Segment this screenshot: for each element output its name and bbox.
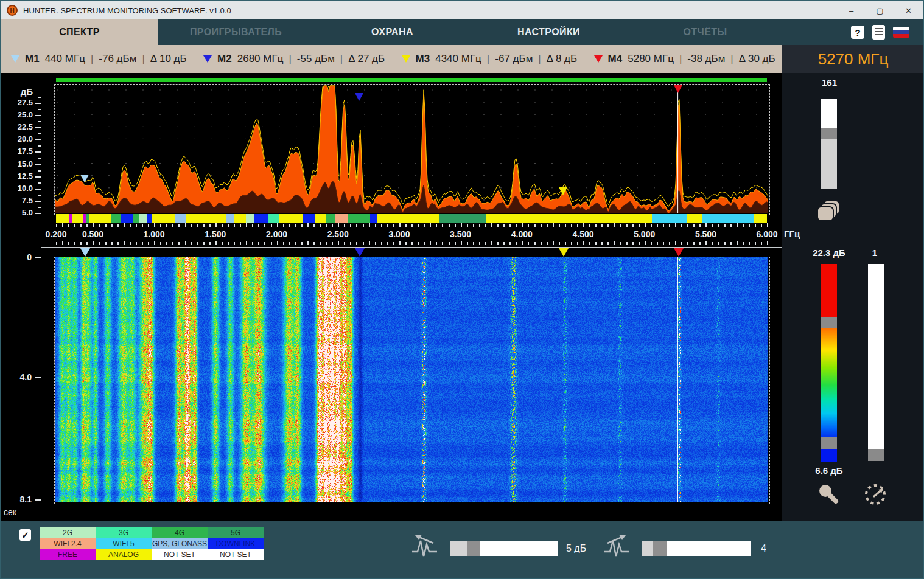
marker-handle-M2[interactable] <box>355 248 365 257</box>
spectrum-marker-M3[interactable] <box>559 187 567 195</box>
tab-ohrana[interactable]: ОХРАНА <box>314 19 471 45</box>
spectrum-y-minor-tick <box>38 121 41 122</box>
marker-handle-M1[interactable] <box>80 248 90 257</box>
tab-bar: СПЕКТРПРОИГРЫВАТЕЛЬОХРАНАНАСТРОЙКИОТЧЁТЫ… <box>1 19 923 45</box>
marker-readout-bar: M1440 МГц|-76 дБм|Δ 10 дБM22680 МГц|-55 … <box>1 45 782 73</box>
x-axis-tick <box>258 242 259 245</box>
x-axis-tick <box>699 242 701 245</box>
waterfall-color-scale[interactable] <box>821 264 837 462</box>
separator: | <box>91 53 93 65</box>
x-axis-tick <box>645 241 646 245</box>
slider-handle[interactable] <box>868 449 884 461</box>
marker-handle-M3[interactable] <box>559 248 569 257</box>
scale-gradient <box>821 328 837 437</box>
tab-otchety[interactable]: ОТЧЁТЫ <box>627 19 783 45</box>
waterfall-display[interactable] <box>55 257 768 502</box>
x-axis-tick <box>68 242 69 245</box>
x-axis-tick <box>681 242 682 245</box>
threshold-slider-2[interactable] <box>642 541 751 556</box>
spectrum-marker-M1[interactable] <box>80 175 89 182</box>
threshold-slider-1[interactable] <box>450 541 558 556</box>
band-segment <box>152 214 175 223</box>
spectrum-y-tick-label: 20.0 <box>1 134 33 144</box>
maximize-button[interactable]: ▢ <box>866 1 894 19</box>
x-axis-tick <box>203 224 205 227</box>
spectrum-marker-M2[interactable] <box>355 93 363 101</box>
tab-spektr[interactable]: СПЕКТР <box>1 19 158 45</box>
x-axis-tick <box>222 224 223 227</box>
x-axis-tick <box>313 224 315 227</box>
x-axis-tick <box>607 224 609 227</box>
x-axis-tick <box>547 224 548 227</box>
marker-M4-icon <box>594 55 603 63</box>
x-axis-tick <box>645 223 646 227</box>
x-axis-tick <box>534 224 536 227</box>
x-axis-tick <box>209 224 211 227</box>
scale-bottom-blue <box>821 449 837 462</box>
x-axis-tick <box>639 224 640 227</box>
x-axis-tick <box>541 224 542 227</box>
language-flag-icon[interactable] <box>893 27 909 38</box>
x-axis-tick <box>737 241 738 245</box>
x-axis-tick <box>86 224 88 227</box>
x-axis-tick <box>166 224 167 227</box>
spectrum-y-minor-tick <box>38 133 41 134</box>
tab-proigryvatel[interactable]: ПРОИГРЫВАТЕЛЬ <box>158 19 314 45</box>
x-axis-tick <box>68 224 69 227</box>
spectrum-y-tick-label: 15.0 <box>1 159 33 168</box>
x-axis-tick <box>436 224 437 227</box>
tab-nastroyki[interactable]: НАСТРОЙКИ <box>471 19 627 45</box>
x-axis-tick <box>117 242 119 245</box>
x-axis-tick <box>442 224 443 227</box>
spectrum-marker-M4[interactable] <box>674 85 682 93</box>
spectrum-display[interactable] <box>55 85 768 213</box>
x-axis-tick <box>681 224 682 227</box>
legend-cell-gps-glonass: GPS, GLONASS <box>152 538 208 549</box>
close-button[interactable]: ✕ <box>894 1 923 19</box>
waterfall-contrast-slider[interactable] <box>868 264 884 461</box>
slider-track <box>821 139 837 189</box>
x-axis-tick <box>626 224 628 227</box>
x-axis-tick <box>56 224 57 227</box>
x-axis-tick-label: 5.500 <box>695 229 716 239</box>
x-axis-tick <box>405 224 407 227</box>
spectrum-y-tick-label: 12.5 <box>1 172 33 181</box>
separator: | <box>730 53 733 65</box>
marker-handle-M4[interactable] <box>674 248 684 257</box>
current-frequency-display: 5270 МГц <box>782 45 924 73</box>
scale-handle-lower[interactable] <box>821 437 837 449</box>
x-axis-tick <box>620 242 621 245</box>
x-axis-tick <box>74 242 75 245</box>
zoom-icon[interactable] <box>816 482 841 507</box>
help-icon[interactable]: ? <box>851 26 864 39</box>
band-segment <box>652 214 687 223</box>
x-axis-tick <box>749 224 750 227</box>
minimize-button[interactable]: – <box>837 1 866 19</box>
x-axis-tick <box>62 241 63 245</box>
frequency-band-strip <box>55 214 768 223</box>
scale-handle-upper[interactable] <box>821 317 837 328</box>
x-axis-tick <box>553 223 554 227</box>
layers-icon[interactable] <box>816 199 842 224</box>
bands-enable-checkbox[interactable]: ✓ <box>19 529 31 541</box>
x-axis-tick <box>479 224 480 227</box>
gauge-icon[interactable] <box>861 481 889 508</box>
slider-fill <box>642 541 653 556</box>
x-axis-tick <box>411 224 413 227</box>
slider-handle[interactable] <box>653 541 667 556</box>
spectrum-y-tick <box>35 139 41 140</box>
report-icon[interactable] <box>872 25 885 40</box>
marker-delta: Δ 8 дБ <box>547 53 577 65</box>
marker-level: -55 дБм <box>297 53 335 65</box>
x-axis-tick <box>142 224 143 227</box>
x-axis-tick <box>185 223 186 227</box>
x-axis-tick-label: 0.500 <box>82 229 103 239</box>
scale-top-red <box>821 264 837 317</box>
x-axis-tick <box>172 224 173 227</box>
slider-handle[interactable] <box>467 541 480 556</box>
scan-rate-slider[interactable] <box>821 99 837 189</box>
slider-handle[interactable] <box>821 128 837 139</box>
marker-id: M3 <box>416 53 430 65</box>
marker-delta: Δ 10 дБ <box>150 53 187 65</box>
x-axis-tick <box>234 242 235 245</box>
